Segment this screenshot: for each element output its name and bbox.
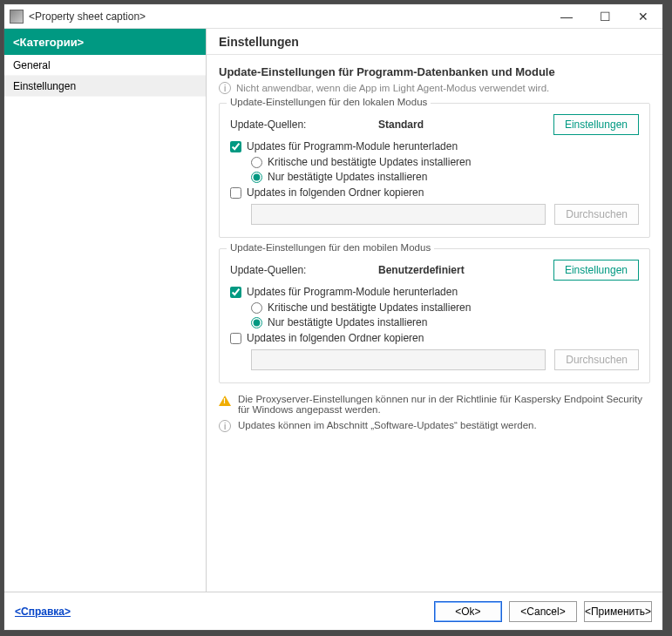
- ok-button[interactable]: <Ok>: [434, 601, 502, 622]
- maximize-button[interactable]: ☐: [586, 4, 624, 29]
- confirm-info-row: i Updates können im Abschnitt „Software-…: [219, 420, 650, 432]
- local-mode-group: Update-Einstellungen für den lokalen Mod…: [219, 103, 650, 238]
- proxy-warning-text: Die Proxyserver-Einstellungen können nur…: [238, 394, 650, 415]
- local-radio-critical-label: Kritische und bestätigte Updates install…: [268, 156, 471, 168]
- sidebar-item-label: General: [13, 59, 51, 71]
- local-sources-label: Update-Quellen:: [230, 118, 378, 131]
- mobile-radio-confirmed[interactable]: [251, 317, 262, 328]
- info-icon: i: [219, 420, 231, 432]
- help-link[interactable]: <Справка>: [15, 606, 71, 618]
- main-body: Update-Einstellungen für Programm-Datenb…: [207, 55, 662, 437]
- local-radio-critical[interactable]: [251, 157, 262, 168]
- main-panel: Einstellungen Update-Einstellungen für P…: [207, 29, 662, 592]
- mobile-folder-input: [251, 349, 546, 370]
- sidebar-item-einstellungen[interactable]: Einstellungen: [4, 76, 206, 97]
- sidebar: <Категории> General Einstellungen: [4, 29, 207, 592]
- local-sources-value: Standard: [378, 118, 553, 131]
- local-folder-input: [251, 204, 546, 225]
- mobile-browse-button: Durchsuchen: [554, 349, 639, 370]
- mobile-radio-critical[interactable]: [251, 302, 262, 314]
- light-agent-note: i Nicht anwendbar, wenn die App im Light…: [219, 82, 650, 94]
- main-header: Einstellungen: [207, 29, 662, 55]
- local-download-modules-label: Updates für Programm-Module herunterlade…: [247, 140, 458, 152]
- local-mode-legend: Update-Einstellungen für den lokalen Mod…: [227, 97, 431, 107]
- sidebar-item-label: Einstellungen: [13, 80, 76, 92]
- warning-icon: [219, 396, 231, 406]
- sidebar-header: <Категории>: [4, 29, 206, 55]
- mobile-settings-button[interactable]: Einstellungen: [553, 260, 639, 281]
- minimize-button[interactable]: —: [547, 4, 586, 29]
- page-title: Update-Einstellungen für Programm-Datenb…: [219, 65, 650, 78]
- mobile-radio-confirmed-label: Nur bestätigte Updates installieren: [268, 316, 427, 328]
- mobile-mode-legend: Update-Einstellungen für den mobilen Mod…: [227, 242, 434, 253]
- footer: <Справка> <Ok> <Cancel> <Применить>: [4, 592, 662, 630]
- confirm-info-text: Updates können im Abschnitt „Software-Up…: [238, 420, 537, 430]
- window-title: <Property sheet caption>: [29, 10, 547, 23]
- light-agent-note-text: Nicht anwendbar, wenn die App im Light A…: [236, 83, 549, 93]
- mobile-radio-critical-label: Kritische und bestätigte Updates install…: [268, 301, 471, 314]
- local-radio-confirmed-label: Nur bestätigte Updates installieren: [268, 171, 427, 183]
- close-button[interactable]: ✕: [624, 4, 662, 29]
- mobile-sources-label: Update-Quellen:: [230, 264, 378, 276]
- mobile-copy-folder-label: Updates in folgenden Ordner kopieren: [247, 332, 424, 344]
- property-sheet-window: <Property sheet caption> — ☐ ✕ <Категори…: [3, 3, 663, 631]
- proxy-warning-row: Die Proxyserver-Einstellungen können nur…: [219, 394, 650, 415]
- apply-button[interactable]: <Применить>: [584, 601, 652, 622]
- local-copy-folder-checkbox[interactable]: [230, 187, 241, 199]
- mobile-sources-value: Benutzerdefiniert: [378, 264, 553, 276]
- sidebar-item-general[interactable]: General: [4, 55, 206, 76]
- local-radio-confirmed[interactable]: [251, 172, 262, 183]
- titlebar: <Property sheet caption> — ☐ ✕: [4, 4, 662, 29]
- cancel-button[interactable]: <Cancel>: [509, 601, 577, 622]
- mobile-copy-folder-checkbox[interactable]: [230, 333, 241, 344]
- mobile-download-modules-label: Updates für Programm-Module herunterlade…: [247, 286, 458, 298]
- app-icon: [10, 10, 24, 24]
- local-settings-button[interactable]: Einstellungen: [553, 114, 639, 135]
- content-area: <Категории> General Einstellungen Einste…: [4, 29, 662, 592]
- local-browse-button: Durchsuchen: [554, 204, 639, 225]
- local-download-modules-checkbox[interactable]: [230, 141, 241, 152]
- local-copy-folder-label: Updates in folgenden Ordner kopieren: [247, 186, 424, 199]
- info-icon: i: [219, 82, 231, 94]
- mobile-download-modules-checkbox[interactable]: [230, 287, 241, 298]
- mobile-mode-group: Update-Einstellungen für den mobilen Mod…: [219, 248, 650, 383]
